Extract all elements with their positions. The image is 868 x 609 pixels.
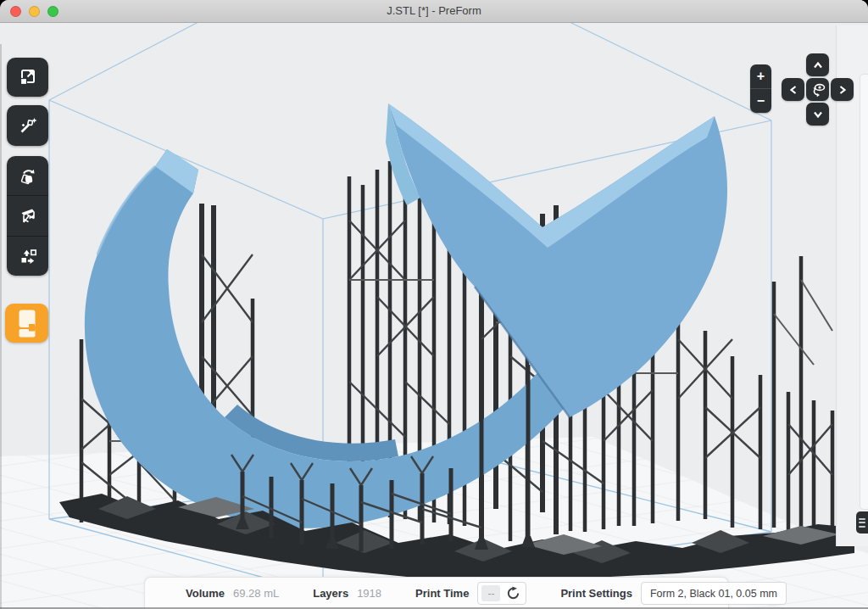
- zoom-out-button[interactable]: −: [750, 88, 771, 113]
- print-time-group: Print Time --: [415, 582, 526, 605]
- list-icon: [859, 518, 865, 520]
- window-title: J.STL [*] - PreForm: [0, 0, 868, 22]
- scale-icon: [18, 67, 38, 87]
- title-bar: J.STL [*] - PreForm: [0, 0, 868, 23]
- layers-group: Layers 1918: [313, 587, 381, 600]
- pan-left-button[interactable]: [782, 78, 804, 101]
- tool-group: [7, 156, 48, 276]
- supports-icon: [18, 205, 38, 226]
- zoom-in-button[interactable]: +: [750, 64, 771, 88]
- cartridge-icon: [19, 310, 36, 338]
- volume-label: Volume: [186, 587, 225, 600]
- orbit-eye-icon: [810, 81, 826, 98]
- rotate-icon: [18, 165, 38, 186]
- layers-value: 1918: [357, 587, 381, 600]
- status-bar: Volume 69.28 mL Layers 1918 Print Time -…: [144, 577, 729, 609]
- print-time-label: Print Time: [415, 587, 469, 600]
- volume-value: 69.28 mL: [233, 587, 279, 600]
- viewport-3d-scene[interactable]: [0, 22, 868, 609]
- supports-tool-button[interactable]: [7, 195, 48, 235]
- model-list-drawer-track[interactable]: [860, 74, 868, 510]
- zoom-control: + −: [750, 64, 771, 113]
- print-settings-field[interactable]: Form 2, Black 01, 0.05 mm: [641, 582, 787, 605]
- chevron-down-icon: [812, 110, 824, 119]
- refresh-print-time-button[interactable]: [504, 584, 522, 603]
- refresh-icon: [506, 586, 520, 601]
- volume-group: Volume 69.28 mL: [186, 587, 279, 600]
- center-view-button[interactable]: [806, 78, 829, 101]
- layout-icon: [18, 246, 38, 266]
- window-left-edge: [0, 44, 2, 609]
- pan-down-button[interactable]: [806, 103, 829, 126]
- scale-tool-button[interactable]: [7, 58, 48, 97]
- print-settings-label: Print Settings: [560, 587, 632, 600]
- pan-right-button[interactable]: [831, 78, 854, 101]
- chevron-right-icon: [838, 84, 847, 96]
- print-settings-group: Print Settings Form 2, Black 01, 0.05 mm: [560, 582, 787, 605]
- orientation-tool-button[interactable]: [7, 156, 48, 195]
- one-click-print-button[interactable]: [7, 105, 48, 146]
- viewport-3d[interactable]: + −: [0, 22, 868, 609]
- print-button[interactable]: [5, 304, 48, 343]
- preform-window: J.STL [*] - PreForm: [0, 0, 868, 609]
- print-time-value: --: [481, 585, 500, 601]
- model-list-drawer-handle[interactable]: [856, 511, 868, 534]
- pan-up-button[interactable]: [806, 53, 829, 76]
- layout-tool-button[interactable]: [7, 236, 48, 276]
- chevron-left-icon: [789, 84, 798, 96]
- layers-label: Layers: [313, 587, 348, 600]
- magic-wand-icon: [18, 115, 38, 136]
- print-time-control: --: [477, 582, 526, 605]
- chevron-up-icon: [812, 61, 824, 70]
- view-dpad: [782, 53, 853, 125]
